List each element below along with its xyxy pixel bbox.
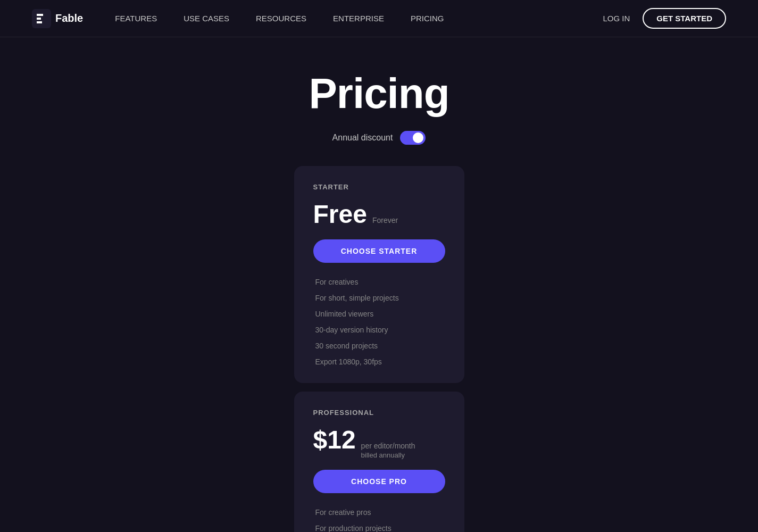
discount-label: Annual discount xyxy=(332,133,393,143)
list-item: For production projects xyxy=(313,524,445,532)
professional-features: For creative pros For production project… xyxy=(313,508,445,532)
professional-price-sub: billed annually xyxy=(361,451,415,459)
list-item: 30 second projects xyxy=(313,342,445,350)
nav-enterprise[interactable]: ENTERPRISE xyxy=(333,14,384,23)
main-content: Pricing Annual discount STARTER Free For… xyxy=(0,37,758,532)
pricing-cards: STARTER Free Forever CHOOSE STARTER For … xyxy=(0,166,758,532)
discount-row: Annual discount xyxy=(332,131,426,145)
choose-pro-button[interactable]: CHOOSE PRO xyxy=(313,470,445,493)
professional-price-row: $12 per editor/month billed annually xyxy=(313,425,445,459)
list-item: For creatives xyxy=(313,278,445,286)
page-title: Pricing xyxy=(309,69,449,118)
professional-price: $12 xyxy=(313,425,356,454)
logo-text: Fable xyxy=(55,12,83,24)
nav-actions: LOG IN GET STARTED xyxy=(603,8,726,29)
starter-price: Free xyxy=(313,200,367,229)
starter-price-row: Free Forever xyxy=(313,200,445,229)
starter-features: For creatives For short, simple projects… xyxy=(313,278,445,366)
starter-price-suffix: Forever xyxy=(372,216,398,225)
nav-pricing[interactable]: PRICING xyxy=(411,14,444,23)
professional-price-details: per editor/month billed annually xyxy=(361,442,415,459)
logo-link[interactable]: Fable xyxy=(32,9,83,28)
list-item: Export 1080p, 30fps xyxy=(313,358,445,366)
list-item: Unlimited viewers xyxy=(313,310,445,318)
professional-plan-name: PROFESSIONAL xyxy=(313,409,445,417)
list-item: For short, simple projects xyxy=(313,294,445,302)
choose-starter-button[interactable]: CHOOSE STARTER xyxy=(313,239,445,263)
annual-discount-toggle[interactable] xyxy=(400,131,426,145)
logo-icon xyxy=(32,9,51,28)
nav-use-cases[interactable]: USE CASES xyxy=(184,14,229,23)
svg-rect-0 xyxy=(32,9,51,28)
professional-price-suffix: per editor/month xyxy=(361,442,415,450)
nav-features[interactable]: FEATURES xyxy=(115,14,157,23)
list-item: For creative pros xyxy=(313,508,445,517)
starter-card: STARTER Free Forever CHOOSE STARTER For … xyxy=(294,166,464,383)
professional-card: PROFESSIONAL $12 per editor/month billed… xyxy=(294,392,464,532)
nav-resources[interactable]: RESOURCES xyxy=(256,14,306,23)
list-item: 30-day version history xyxy=(313,326,445,334)
starter-plan-name: STARTER xyxy=(313,183,445,191)
nav-links: FEATURES USE CASES RESOURCES ENTERPRISE … xyxy=(115,14,603,23)
navbar: Fable FEATURES USE CASES RESOURCES ENTER… xyxy=(0,0,758,37)
login-link[interactable]: LOG IN xyxy=(603,14,630,23)
get-started-button[interactable]: GET STARTED xyxy=(643,8,726,29)
